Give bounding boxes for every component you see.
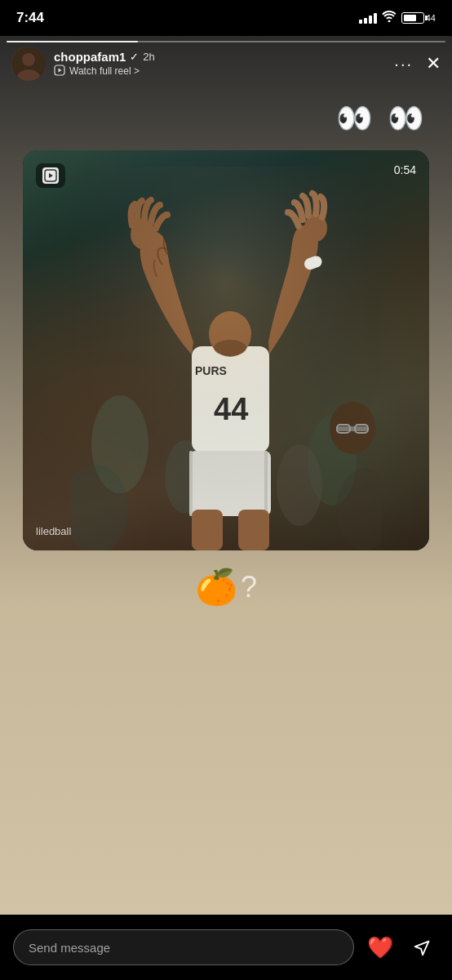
watch-reel-text[interactable]: Watch full reel > — [69, 65, 140, 77]
story-header: choppafam1 ✓ 2h Watch full reel > ··· ✕ — [0, 36, 452, 91]
video-background: 44 PURS — [23, 150, 429, 550]
eyes-emoji: 👀 👀 — [336, 101, 428, 136]
reel-indicator — [36, 163, 65, 188]
heart-icon: ❤️ — [367, 935, 393, 960]
username: choppafam1 — [54, 50, 126, 64]
dots-icon: ··· — [394, 55, 413, 73]
avatar[interactable] — [11, 47, 46, 81]
close-button[interactable]: ✕ — [426, 53, 441, 74]
wifi-icon — [382, 11, 397, 25]
status-time: 7:44 — [16, 10, 44, 26]
reel-small-icon — [54, 65, 65, 78]
video-watermark: liledball — [36, 525, 71, 537]
time-ago: 2h — [143, 51, 154, 63]
battery-indicator: 44 — [401, 12, 436, 24]
orange-emoji: 🍊 — [195, 567, 237, 607]
svg-rect-27 — [71, 167, 381, 550]
close-icon: ✕ — [426, 53, 441, 74]
status-bar: 7:44 44 — [0, 0, 452, 36]
svg-point-1 — [22, 53, 35, 66]
header-actions: ··· ✕ — [394, 53, 441, 74]
video-duration: 0:54 — [394, 163, 416, 176]
video-card[interactable]: 44 PURS — [23, 150, 429, 550]
story-progress-bar — [7, 41, 445, 42]
reel-play-icon — [42, 167, 59, 184]
message-input[interactable]: Send message — [13, 929, 354, 965]
bottom-bar: Send message ❤️ — [0, 915, 452, 980]
send-button[interactable] — [406, 931, 439, 964]
verified-badge: ✓ — [130, 51, 139, 63]
bottom-sticker: 🍊 ? — [195, 567, 257, 607]
heart-button[interactable]: ❤️ — [364, 931, 397, 964]
more-options-button[interactable]: ··· — [394, 55, 413, 74]
player-figure: 44 PURS — [23, 150, 429, 550]
message-placeholder: Send message — [29, 941, 110, 955]
watch-reel-row[interactable]: Watch full reel > — [54, 65, 386, 78]
send-icon — [412, 937, 433, 958]
story-progress-fill — [7, 41, 138, 42]
story-container: choppafam1 ✓ 2h Watch full reel > ··· ✕ — [0, 36, 452, 980]
question-mark: ? — [241, 570, 257, 604]
signal-icon — [359, 13, 377, 24]
header-info: choppafam1 ✓ 2h Watch full reel > — [54, 50, 386, 78]
status-icons: 44 — [359, 11, 436, 25]
